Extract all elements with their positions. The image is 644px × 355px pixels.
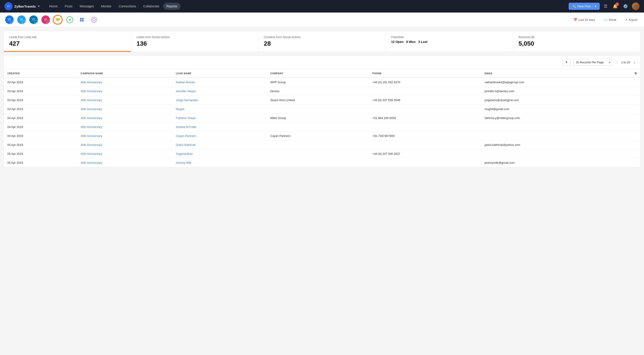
settings-button[interactable]: ⚙️ — [622, 3, 629, 10]
cell-col-icon — [631, 114, 640, 123]
menu-icon-button[interactable]: ☰ — [602, 3, 609, 10]
brand-chevron: ▾ — [38, 5, 39, 8]
nav-posts[interactable]: Posts — [62, 3, 76, 10]
stat-won: 8 Won — [406, 40, 416, 44]
nav-links: Home Posts Messages Monitor Connections … — [46, 3, 569, 10]
cell-campaign[interactable]: 40th Anniversary — [77, 114, 172, 123]
cell-lead[interactable]: Yogananthan — [172, 149, 266, 158]
nav-home[interactable]: Home — [46, 3, 60, 10]
export-button[interactable]: ↗ Export — [623, 17, 640, 23]
stat-leads-lead-ads-value: 427 — [9, 40, 126, 47]
cell-lead[interactable]: Jeremy Milk — [172, 158, 266, 167]
cell-lead[interactable]: Andrea M Fuller — [172, 123, 266, 132]
svg-text:ZT: ZT — [32, 18, 35, 21]
cell-col-icon — [631, 105, 640, 114]
cell-phone — [369, 87, 481, 96]
filter-button[interactable]: ▼ — [562, 59, 571, 66]
nav-monitor[interactable]: Monitor — [98, 3, 115, 10]
cell-campaign[interactable]: 40th Anniversary — [77, 141, 172, 149]
email-button[interactable]: ✉️ Email — [602, 17, 618, 23]
new-post-dropdown-arrow: ▾ — [592, 5, 596, 8]
cell-campaign[interactable]: 40th Anniversary — [77, 96, 172, 105]
svg-point-28 — [90, 16, 98, 24]
user-avatar[interactable]: 👤 — [632, 3, 640, 10]
nav-collaborate[interactable]: Collaborate — [140, 3, 162, 10]
stat-potentials[interactable]: Potentials 12 Open 8 Won 3 Lost — [386, 31, 513, 52]
social-icon-linkedin[interactable]: ZT in — [28, 15, 38, 25]
cell-phone: +91-7397467909 — [369, 132, 481, 141]
new-post-button[interactable]: ✏️ New Post ▾ — [569, 3, 600, 10]
stat-leads-social[interactable]: Leads from Social actions 136 — [131, 31, 258, 52]
cell-lead[interactable]: Fathima Yilmaz — [172, 114, 266, 123]
cell-campaign[interactable]: 40th Anniversary — [77, 105, 172, 114]
brand-logo: ZT — [4, 2, 12, 10]
pencil-icon: ✏️ — [572, 5, 576, 8]
cell-campaign[interactable]: 40th Anniversary — [77, 78, 172, 87]
stat-won-label: Won — [409, 40, 416, 44]
col-lead[interactable]: LEAD NAME — [172, 69, 266, 78]
cell-phone: +44 (0) 207 539 3548 — [369, 96, 481, 105]
cell-lead[interactable]: Jorge Hernandez — [172, 96, 266, 105]
cell-phone: +44 (0) 207 936 2837 — [369, 149, 481, 158]
social-icon-d[interactable]: d — [65, 15, 75, 25]
prev-page-button[interactable]: ‹ — [615, 60, 620, 65]
col-campaign[interactable]: CAMPAIGN NAME — [77, 69, 172, 78]
social-icon-instagram[interactable]: ZT @ — [41, 15, 50, 25]
brand-name: ZylkerTravels — [14, 5, 36, 8]
cell-col-icon — [631, 149, 640, 158]
stat-open: 12 Open — [391, 40, 404, 44]
cell-campaign[interactable]: 40th Anniversary — [77, 149, 172, 158]
social-icon-grid[interactable] — [77, 15, 87, 25]
stat-revenue[interactable]: Revenue ($) 5,050 — [513, 31, 640, 52]
cell-campaign[interactable]: 40th Anniversary — [77, 87, 172, 96]
stats-bar: Leads from Lead Ads 427 Leads from Socia… — [4, 31, 640, 52]
col-email[interactable]: EMAIL — [481, 69, 631, 78]
social-icon-twitter[interactable]: ZT t — [16, 15, 26, 25]
cell-campaign[interactable]: 40th Anniversary — [77, 132, 172, 141]
stat-lost-value: 3 — [418, 40, 420, 44]
cell-lead[interactable]: Jennifer Harper — [172, 87, 266, 96]
table-row: 05 Apr 201940th AnniversaryYogananthan+4… — [4, 149, 640, 158]
cell-campaign[interactable]: 40th Anniversary — [77, 158, 172, 167]
svg-text:d: d — [69, 18, 71, 22]
social-icon-circle[interactable] — [89, 15, 99, 25]
cell-lead[interactable]: Mughil — [172, 105, 266, 114]
cell-lead[interactable]: Gokul Kathirvel — [172, 141, 266, 149]
svg-text:t: t — [24, 22, 24, 24]
last-days-button[interactable]: 📅 Last 15 days — [571, 17, 597, 23]
cell-company — [266, 149, 369, 158]
brand-logo-area[interactable]: ZT ZylkerTravels ▾ — [4, 2, 39, 10]
cell-lead[interactable]: Cayan Partners — [172, 132, 266, 141]
cell-campaign[interactable]: 40th Anniversary — [77, 123, 172, 132]
avatar-image: 👤 — [632, 3, 640, 10]
stat-open-value: 12 — [391, 40, 395, 44]
nav-messages[interactable]: Messages — [76, 3, 97, 10]
cell-created: 03 Apr 2019 — [4, 87, 77, 96]
cell-company: Stuart Hirst Limited — [266, 96, 369, 105]
svg-text:in: in — [35, 22, 37, 24]
nav-reports[interactable]: Reports — [163, 3, 180, 10]
cell-lead[interactable]: Nathan Brooks — [172, 78, 266, 87]
pagination-label: 1 to 20 — [621, 61, 630, 64]
social-icon-facebook[interactable]: ZT f — [4, 15, 14, 25]
col-created[interactable]: CREATED — [4, 69, 77, 78]
cell-email: nathanbrooks@wppgroup.com — [481, 78, 631, 87]
col-phone[interactable]: PHONE — [369, 69, 481, 78]
col-company[interactable]: COMPANY — [266, 69, 369, 78]
stat-leads-lead-ads[interactable]: Leads from Lead Ads 427 — [4, 31, 131, 52]
col-settings-icon[interactable]: ⊞ — [631, 69, 640, 78]
next-page-button[interactable]: › — [632, 60, 636, 65]
cell-company: Cayan Partners — [266, 132, 369, 141]
stat-potentials-label: Potentials — [391, 35, 507, 39]
cell-phone — [369, 105, 481, 114]
stat-contacts-social-value: 28 — [264, 40, 380, 47]
cell-col-icon — [631, 78, 640, 87]
cell-company: Miller Group — [266, 114, 369, 123]
notifications-button[interactable]: 🔔 2 — [611, 3, 619, 10]
per-page-select[interactable]: 20 Records Per Page 50 Records Per Page … — [574, 59, 612, 66]
svg-rect-25 — [82, 18, 84, 20]
nav-connections[interactable]: Connections — [116, 3, 139, 10]
social-icon-lead-ads[interactable]: 🤝 — [53, 15, 62, 25]
stat-contacts-social[interactable]: Contacts from Social actions 28 — [258, 31, 386, 52]
cell-email: mughil@gmail.com — [481, 105, 631, 114]
